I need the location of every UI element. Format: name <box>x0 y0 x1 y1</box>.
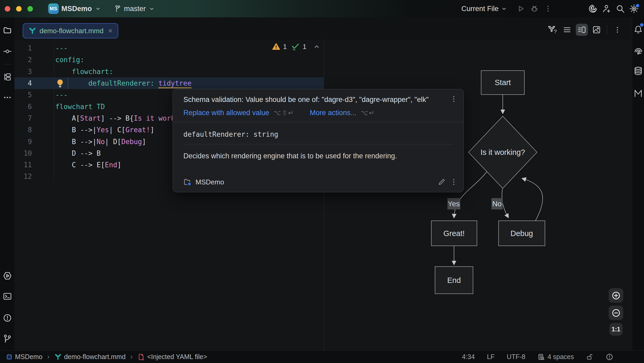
line-number[interactable]: 5 <box>14 89 54 101</box>
close-window-button[interactable] <box>5 6 10 12</box>
svg-text:Is it working?: Is it working? <box>480 148 525 156</box>
preview-only-view-button[interactable] <box>591 24 603 36</box>
zoom-in-button[interactable] <box>609 288 623 303</box>
line-number[interactable]: 8 <box>14 124 54 136</box>
code-with-me-button[interactable] <box>601 3 612 14</box>
line-number[interactable]: 7 <box>14 112 54 124</box>
line-number[interactable]: 12 <box>14 171 54 182</box>
edit-pencil-icon[interactable] <box>438 178 446 186</box>
branch-widget[interactable]: master <box>114 5 155 13</box>
line-number[interactable]: 10 <box>14 148 54 159</box>
services-icon <box>3 271 12 281</box>
editor-only-view-button[interactable] <box>561 24 573 36</box>
fullscreen-window-button[interactable] <box>27 6 33 12</box>
mermaid-file-icon <box>28 27 36 35</box>
mermaid-help-button[interactable]: ? <box>546 24 558 36</box>
editor-pane[interactable]: 1---2config:3 flowchart:4 defaultRendere… <box>14 40 324 350</box>
line-number[interactable]: 1 <box>14 42 54 54</box>
ai-assistant-icon <box>588 4 598 13</box>
line-number[interactable]: 6 <box>14 101 54 112</box>
code-line: 2config: <box>14 54 324 66</box>
popup-options-button[interactable] <box>450 95 458 103</box>
zoom-reset-button[interactable]: 1:1 <box>609 323 623 336</box>
more-actions-link[interactable]: More actions... <box>310 109 356 117</box>
search-everywhere-button[interactable] <box>614 3 626 14</box>
project-tool-button[interactable] <box>3 26 12 35</box>
ok-count[interactable]: 1 <box>303 43 306 51</box>
debug-button[interactable] <box>529 3 540 14</box>
bug-icon <box>530 4 539 13</box>
tab-demo-flowchart[interactable]: demo-flowchart.mmd × <box>23 23 118 38</box>
replace-with-allowed-value-link[interactable]: Replace with allowed value <box>183 109 269 117</box>
code-text[interactable]: defaultRenderer: tidytree <box>54 79 192 87</box>
code-line: 4 defaultRenderer: tidytree <box>14 77 324 89</box>
left-tool-strip <box>0 17 14 350</box>
more-tool-windows-button[interactable] <box>3 93 12 102</box>
breadcrumb-file[interactable]: demo-flowchart.mmd <box>54 353 125 361</box>
problems-tool-button[interactable] <box>3 313 12 323</box>
line-number[interactable]: 2 <box>14 54 54 66</box>
breadcrumb-project[interactable]: MSDemo <box>6 353 42 361</box>
line-separator-widget[interactable]: LF <box>487 353 495 361</box>
code-text[interactable]: B -->|Yes| C[Great!] <box>54 126 154 134</box>
svg-text:Yes: Yes <box>448 200 460 208</box>
file-lock-widget[interactable] <box>586 353 593 361</box>
warning-count[interactable]: 1 <box>283 43 287 51</box>
notifications-button[interactable] <box>633 25 643 34</box>
previous-problem-button[interactable] <box>313 43 321 51</box>
mermaid-preview-pane[interactable]: Yes No Start Is it working? Great! Deb <box>324 40 632 350</box>
line-number[interactable]: 3 <box>14 66 54 77</box>
commit-icon <box>3 47 12 56</box>
ai-assistant-button[interactable] <box>587 3 599 14</box>
caret-position-widget[interactable]: 4:34 <box>462 353 475 361</box>
chevron-down-icon <box>95 5 101 12</box>
code-text[interactable]: flowchart TD <box>54 103 105 111</box>
encoding-widget[interactable]: UTF-8 <box>507 353 525 361</box>
services-tool-button[interactable] <box>3 271 12 281</box>
plus-circle-icon <box>611 291 621 300</box>
popup-module-name: MSDemo <box>196 178 224 186</box>
code-text[interactable]: C --> E[End] <box>54 161 121 169</box>
database-tool-button[interactable] <box>633 66 643 76</box>
run-configuration-selector[interactable]: Current File <box>461 5 508 13</box>
project-widget[interactable]: MS MSDemo <box>48 3 101 14</box>
flowchart-canvas: Yes No Start Is it working? Great! Deb <box>324 40 632 350</box>
project-name: MSDemo <box>61 5 92 13</box>
tab-options-button[interactable] <box>611 24 623 36</box>
code-text[interactable]: --- <box>54 44 68 52</box>
code-text[interactable]: --- <box>54 91 68 99</box>
ai-chat-tool-button[interactable] <box>633 46 643 56</box>
line-number[interactable]: 11 <box>14 159 54 171</box>
tab-close-icon[interactable]: × <box>108 27 113 35</box>
breadcrumb-separator: › <box>130 353 133 361</box>
code-text[interactable]: D --> B <box>54 149 101 157</box>
intention-lightbulb-icon[interactable] <box>55 79 65 88</box>
split-view-icon <box>577 25 586 34</box>
breadcrumb-injected-yaml[interactable]: y <Injected YAML file> <box>138 353 207 361</box>
error-analysis-widget[interactable] <box>606 353 613 361</box>
code-text[interactable]: config: <box>54 56 84 64</box>
popup-error-title: Schema validation: Value should be one o… <box>183 96 444 104</box>
indent-widget[interactable]: 4 spaces <box>538 353 574 361</box>
code-text[interactable]: flowchart: <box>54 68 113 76</box>
svg-text:Great!: Great! <box>443 229 465 238</box>
notification-dot <box>640 23 643 27</box>
run-button[interactable] <box>515 3 526 14</box>
kebab-menu-icon[interactable] <box>450 178 458 186</box>
structure-tool-button[interactable] <box>3 72 12 81</box>
line-number[interactable]: 9 <box>14 136 54 147</box>
status-bar: MSDemo › demo-flowchart.mmd › y <Injecte… <box>0 350 644 363</box>
more-actions-button[interactable] <box>542 3 554 14</box>
terminal-icon <box>3 292 12 301</box>
line-number[interactable]: 4 <box>14 77 54 89</box>
terminal-tool-button[interactable] <box>3 292 12 301</box>
commit-tool-button[interactable] <box>3 47 12 56</box>
minimize-window-button[interactable] <box>16 6 22 12</box>
zoom-out-button[interactable] <box>609 306 623 320</box>
version-control-tool-button[interactable] <box>3 334 12 344</box>
editor-preview-split-button[interactable] <box>576 24 588 36</box>
mermaid-chart-tool-button[interactable] <box>633 88 643 98</box>
code-text[interactable]: B -->|No| D[Debug] <box>54 138 146 146</box>
edge-debug-question <box>523 179 543 221</box>
settings-button[interactable] <box>628 3 640 14</box>
